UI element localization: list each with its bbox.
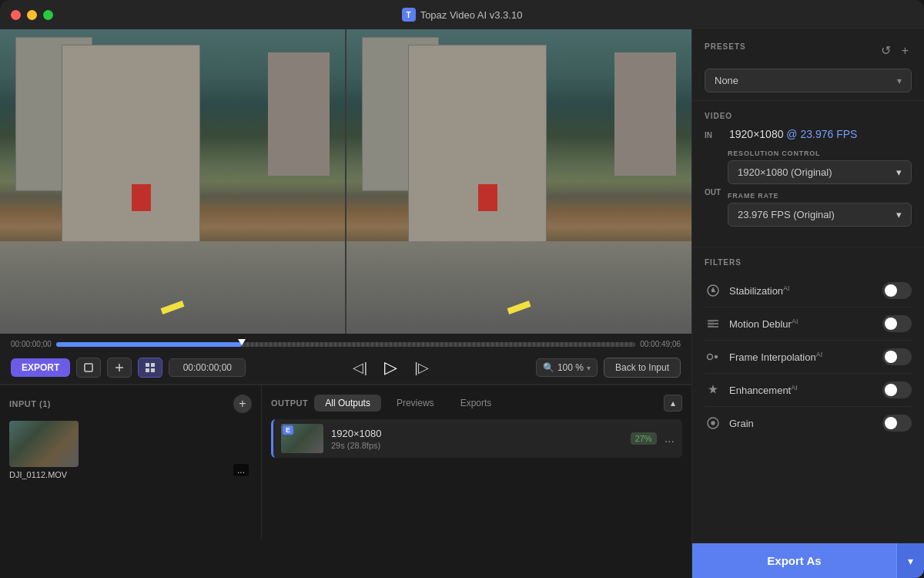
zoom-control[interactable]: 🔍 100 % ▾ — [536, 358, 598, 377]
maximize-button[interactable] — [43, 10, 53, 20]
presets-actions: ↺ + — [878, 40, 912, 61]
input-panel: INPUT (1) + DJI_0112.MOV ... — [0, 385, 262, 539]
grid-view-button[interactable] — [138, 358, 162, 378]
timeline-end: 00:00:49;06 — [640, 340, 681, 348]
output-more-button[interactable]: ... — [665, 432, 675, 445]
stabilization-toggle[interactable] — [882, 282, 912, 299]
output-sort-button[interactable]: ▴ — [664, 395, 682, 412]
output-header: OUTPUT All Outputs Previews Exports ▴ — [271, 395, 682, 412]
export-as-row: Export As ▾ — [692, 543, 924, 578]
video-section-label: VIDEO — [705, 112, 912, 120]
timeline-remaining — [242, 342, 636, 347]
svg-rect-4 — [151, 368, 155, 372]
presets-dropdown[interactable]: None ▾ — [705, 69, 912, 92]
app-logo: T — [402, 8, 416, 22]
add-input-button[interactable]: + — [233, 395, 252, 413]
zoom-icon: 🔍 — [543, 362, 554, 373]
filter-enhancement: EnhancementAI — [705, 374, 912, 407]
output-info: 1920×1080 29s (28.8fps) — [331, 428, 623, 450]
input-panel-header: INPUT (1) + — [9, 395, 252, 413]
trim-button[interactable] — [107, 358, 132, 378]
motion-deblur-icon — [705, 315, 721, 332]
frame-interpolation-toggle[interactable] — [882, 348, 912, 365]
video-pane-right — [345, 29, 691, 334]
timeline-playhead — [238, 339, 246, 345]
filter-frame-interpolation: Frame InterpolationAI — [705, 341, 912, 374]
frame-interpolation-label: Frame InterpolationAI — [729, 351, 875, 363]
sort-icon: ▴ — [671, 398, 675, 408]
tab-exports[interactable]: Exports — [450, 395, 503, 412]
output-thumbnail: E — [281, 424, 323, 453]
timeline-track[interactable] — [56, 342, 635, 347]
grain-icon — [705, 415, 721, 432]
input-filename: DJI_0112.MOV — [9, 470, 79, 479]
enhancement-label: EnhancementAI — [729, 384, 875, 396]
out-label: OUT — [705, 188, 721, 197]
enhancement-toggle[interactable] — [882, 381, 912, 398]
enhancement-icon — [705, 381, 721, 398]
export-button[interactable]: EXPORT — [11, 358, 70, 377]
frame-rate-value: 23.976 FPS (Original) — [738, 209, 835, 220]
app-title: T Topaz Video AI v3.3.10 — [402, 8, 523, 22]
presets-value: None — [715, 75, 738, 86]
frame-interpolation-icon — [705, 348, 721, 365]
export-chevron-icon: ▾ — [908, 555, 913, 567]
svg-rect-3 — [146, 368, 149, 372]
svg-rect-1 — [146, 363, 149, 367]
stabilization-label: StabilizationAI — [729, 284, 875, 297]
grain-toggle[interactable] — [882, 415, 912, 432]
motion-deblur-label: Motion DeblurAI — [729, 318, 875, 330]
thumbnail-image — [9, 421, 79, 467]
input-item: DJI_0112.MOV ... — [9, 421, 252, 479]
frame-rate-dropdown[interactable]: 23.976 FPS (Original) ▾ — [728, 203, 912, 227]
presets-label: PRESETS — [705, 42, 746, 51]
bottom-panel: INPUT (1) + DJI_0112.MOV ... OUTPUT — [0, 385, 691, 539]
step-back-button[interactable]: ◁| — [346, 358, 373, 378]
frame-rate-sublabel: FRAME RATE — [728, 192, 912, 200]
export-section: Export As ▾ — [692, 543, 924, 578]
minimize-button[interactable] — [27, 10, 37, 20]
zoom-chevron-icon: ▾ — [587, 364, 591, 372]
svg-rect-2 — [151, 363, 155, 367]
resolution-value: 1920×1080 (Original) — [738, 166, 832, 178]
controls-bar: EXPORT 00:00:00;00 — [0, 353, 691, 385]
stabilization-icon — [705, 282, 721, 299]
video-preview — [0, 29, 691, 334]
play-pause-button[interactable]: ▷ — [378, 358, 403, 378]
current-time-display: 00:00:00;00 — [169, 358, 246, 377]
export-as-button[interactable]: Export As — [692, 543, 896, 578]
export-as-chevron-button[interactable]: ▾ — [896, 543, 924, 578]
resolution-chevron-icon: ▾ — [896, 166, 902, 178]
grain-label: Grain — [729, 418, 875, 429]
video-in-row: IN 1920×1080 @ 23.976 FPS — [705, 128, 912, 140]
svg-point-15 — [711, 422, 715, 425]
video-section: VIDEO IN 1920×1080 @ 23.976 FPS OUT RESO… — [692, 101, 924, 247]
svg-point-6 — [712, 290, 715, 292]
frame-rate-control-group: FRAME RATE 23.976 FPS (Original) ▾ — [728, 192, 912, 227]
output-meta: 29s (28.8fps) — [331, 441, 623, 450]
output-panel-label: OUTPUT — [271, 398, 308, 408]
motion-deblur-toggle[interactable] — [882, 315, 912, 332]
output-progress-badge: 27% — [631, 432, 657, 445]
resolution-sublabel: RESOLUTION CONTROL — [728, 150, 912, 157]
resolution-control-group: RESOLUTION CONTROL 1920×1080 (Original) … — [728, 150, 912, 184]
video-pane-left — [0, 29, 345, 334]
step-forward-button[interactable]: |▷ — [408, 358, 435, 378]
back-to-input-button[interactable]: Back to Input — [604, 358, 681, 378]
close-button[interactable] — [11, 10, 21, 20]
refresh-presets-button[interactable]: ↺ — [878, 40, 894, 61]
input-more-button[interactable]: ... — [233, 464, 249, 476]
resolution-dropdown[interactable]: 1920×1080 (Original) ▾ — [728, 160, 912, 184]
filter-grain: Grain — [705, 407, 912, 439]
tab-all-outputs[interactable]: All Outputs — [314, 395, 381, 412]
add-preset-button[interactable]: + — [899, 40, 912, 61]
crop-button[interactable] — [76, 358, 101, 378]
output-item: E 1920×1080 29s (28.8fps) 27% ... — [271, 419, 682, 458]
out-controls: RESOLUTION CONTROL 1920×1080 (Original) … — [728, 150, 912, 234]
input-panel-label: INPUT (1) — [9, 399, 51, 408]
filters-section: FILTERS StabilizationAI — [692, 247, 924, 543]
tab-previews[interactable]: Previews — [386, 395, 445, 412]
svg-point-12 — [708, 355, 713, 360]
frame-rate-chevron-icon: ▾ — [896, 209, 902, 220]
input-thumbnail — [9, 421, 79, 467]
